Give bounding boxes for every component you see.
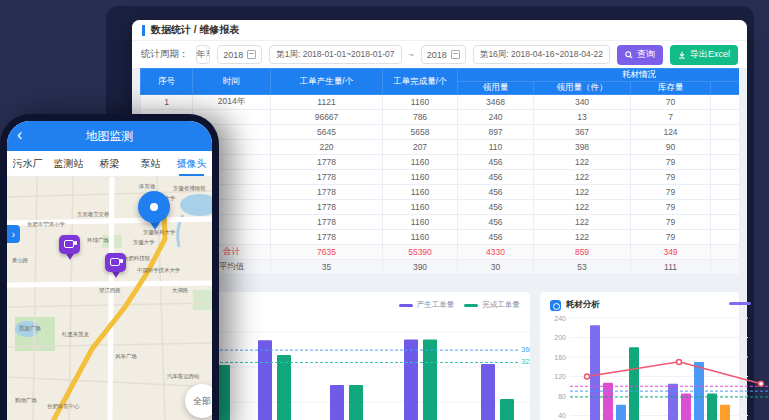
bar-系列5 [720, 405, 730, 420]
table-cell: 456 [458, 155, 534, 170]
period-label: 统计周期： [141, 48, 189, 61]
col-header-created: 工单产生量/个 [271, 69, 383, 95]
table-cell: 122 [534, 155, 631, 170]
period-option-季[interactable]: 季 [206, 46, 211, 63]
table-row: 356455658897367124129 [141, 125, 740, 140]
query-button-label: 查询 [637, 48, 655, 61]
selected-camera-pin[interactable] [138, 191, 172, 235]
table-cell: 340 [534, 95, 631, 110]
calendar-icon [451, 50, 460, 59]
map-graphics [7, 177, 212, 420]
bar-完成工单量 [277, 355, 291, 420]
map-view[interactable]: 体育场安徽农业大学安徽省博物馆五里墩立交桥合肥市宁溪小学安徽医科大学环球广场安徽… [7, 177, 212, 420]
map-place-label: 安徽省博物馆 [173, 185, 205, 193]
table-cell: 67 [711, 155, 740, 170]
week-to-value: 第16周: 2018-04-16~2018-04-22 [480, 49, 603, 61]
table-cell: 5645 [271, 125, 383, 140]
app-tab-bar: 污水厂监测站桥梁泵站摄像头 [7, 151, 212, 177]
sub-header: 入库量 [711, 82, 740, 95]
table-cell: 33 [711, 245, 740, 260]
query-button[interactable]: 查询 [617, 45, 663, 65]
map-place-label: 太湖路 [172, 287, 188, 295]
trend-point [676, 359, 681, 364]
period-segmented-control: 年季月周日 [196, 45, 211, 64]
sub-header: 领用量（件） [534, 82, 631, 95]
table-cell: 250 [711, 95, 740, 110]
table-cell: 349 [631, 245, 711, 260]
table-row: 8177811604561227967 [141, 200, 740, 215]
consumables-chart-header: 耗材分析 [550, 299, 600, 311]
table-cell: 1 [141, 95, 193, 110]
y-tick-label: 200 [554, 334, 566, 341]
bar-产生工单量 [330, 385, 344, 420]
table-row: 42202071103989019 [141, 140, 740, 155]
search-icon [625, 51, 633, 59]
camera-icon [59, 235, 80, 254]
calendar-icon [247, 50, 256, 59]
map-place-label: 购物广场 [15, 397, 37, 405]
table-cell: 398 [534, 140, 631, 155]
table-cell: 390 [383, 260, 458, 275]
app-tab-污水厂[interactable]: 污水厂 [7, 151, 48, 176]
charts-row: 产生工单量完成工单量 360323 耗材分析 2402001601208040 [140, 292, 739, 420]
map-place-label: 安徽大学 [133, 239, 155, 247]
bar-产生工单量 [481, 364, 495, 420]
app-tab-监测站[interactable]: 监测站 [48, 151, 89, 176]
table-row: 7177811604561227967 [141, 185, 740, 200]
camera-pin[interactable] [59, 235, 81, 263]
table-cell: 1778 [271, 215, 383, 230]
legend-item[interactable]: 完成工单量 [464, 300, 520, 310]
map-place-label: 五里墩立交桥 [77, 211, 109, 219]
phone-mockup: ‹ 地图监测 污水厂监测站桥梁泵站摄像头 [0, 114, 219, 420]
legend-item[interactable]: 产生工单量 [399, 300, 455, 310]
week-to-field[interactable]: 第16周: 2018-04-16~2018-04-22 [473, 45, 610, 64]
map-place-label: 汽车客运西站 [167, 373, 199, 381]
table-cell: 859 [534, 245, 631, 260]
y-tick-label: 40 [558, 412, 566, 419]
bar-系列2 [603, 383, 613, 420]
table-cell: 13 [534, 110, 631, 125]
camera-pin[interactable] [105, 253, 127, 281]
show-all-button[interactable]: 全部 [185, 384, 212, 418]
app-header: ‹ 地图监测 [7, 121, 212, 151]
period-option-年[interactable]: 年 [197, 46, 206, 63]
app-title: 地图监测 [86, 128, 134, 145]
table-row: 10177811604561227967 [141, 230, 740, 245]
table-row: 9177811604561227967 [141, 215, 740, 230]
table-cell: 111 [631, 260, 711, 275]
map-place-label: 红星美凯龙 [62, 331, 89, 339]
back-icon[interactable]: ‹ [17, 125, 22, 145]
table-row: 5177811604561227967 [141, 155, 740, 170]
bar-产生工单量 [404, 339, 418, 420]
app-tab-摄像头[interactable]: 摄像头 [171, 151, 212, 176]
map-place-label: 环球广场 [87, 237, 109, 245]
table-cell: 122 [534, 185, 631, 200]
table-cell: 1160 [383, 200, 458, 215]
table-cell: 122 [534, 215, 631, 230]
table-cell: 79 [631, 215, 711, 230]
app-tab-泵站[interactable]: 泵站 [130, 151, 171, 176]
table-cell: 67 [711, 230, 740, 245]
table-cell: 456 [458, 185, 534, 200]
legend-label: 产生工单量 [417, 300, 455, 310]
table-cell: 90 [631, 140, 711, 155]
table-cell: 220 [271, 140, 383, 155]
phone-screen: ‹ 地图监测 污水厂监测站桥梁泵站摄像头 [7, 121, 212, 420]
year-from-select[interactable]: 2018 [217, 45, 262, 64]
consumables-chart-panel: 耗材分析 2402001601208040 [540, 292, 739, 420]
expand-panel-button[interactable]: › [7, 225, 20, 243]
year-to-select[interactable]: 2018 [421, 45, 466, 64]
bar-系列1 [590, 325, 600, 420]
week-from-field[interactable]: 第1周: 2018-01-01~2018-01-07 [269, 45, 401, 64]
table-cell: 79 [631, 155, 711, 170]
download-icon [678, 51, 686, 59]
export-excel-button[interactable]: 导出Excel [670, 45, 738, 65]
export-button-label: 导出Excel [690, 48, 730, 61]
table-cell: 2014年 [193, 95, 271, 110]
year-from-value: 2018 [223, 50, 243, 60]
trend-line [587, 362, 761, 384]
table-cell: 650 [711, 110, 740, 125]
trend-point [758, 381, 763, 386]
app-tab-桥梁[interactable]: 桥梁 [89, 151, 130, 176]
table-cell: 1160 [383, 185, 458, 200]
